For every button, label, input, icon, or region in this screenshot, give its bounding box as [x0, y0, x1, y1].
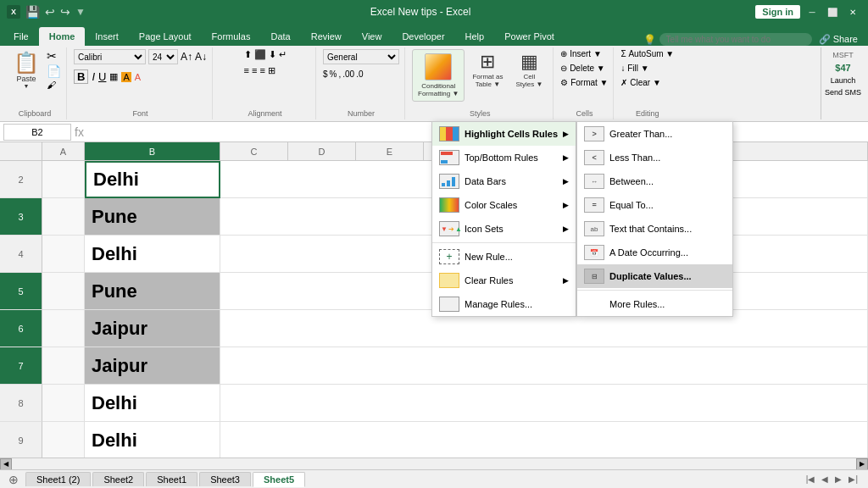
- col-header-e[interactable]: E: [356, 142, 424, 161]
- cell-b6[interactable]: Jaipur: [85, 310, 220, 347]
- share-button[interactable]: 🔗 Share: [819, 34, 858, 45]
- submenu-item-greaterthan[interactable]: > Greater Than...: [577, 122, 732, 146]
- restore-button[interactable]: ⬜: [824, 3, 841, 20]
- cell-styles-button[interactable]: ▦ CellStyles ▼: [510, 49, 548, 90]
- submenu-item-equalto[interactable]: = Equal To...: [577, 193, 732, 217]
- menu-item-newrule[interactable]: + New Rule...: [432, 245, 576, 269]
- fill-button[interactable]: ↓ Fill ▼: [620, 64, 648, 73]
- submenu-item-lessthan[interactable]: < Less Than...: [577, 146, 732, 169]
- row-header-6[interactable]: 6: [0, 310, 42, 347]
- nav-last[interactable]: ▶|: [849, 474, 858, 484]
- search-input[interactable]: [659, 33, 812, 46]
- horizontal-scrollbar[interactable]: ◀ ▶: [0, 458, 868, 469]
- font-size-select[interactable]: 24: [148, 49, 178, 64]
- menu-item-colorscales[interactable]: Color Scales ▶: [432, 193, 576, 217]
- submenu-item-between[interactable]: ↔ Between...: [577, 169, 732, 193]
- sheet-tab-sheet1-2[interactable]: Sheet1 (2): [25, 472, 91, 486]
- fill-color-button[interactable]: A: [121, 72, 131, 82]
- tab-page-layout[interactable]: Page Layout: [129, 27, 202, 46]
- conditional-formatting-button[interactable]: ConditionalFormatting ▼: [412, 49, 465, 102]
- format-as-table-button[interactable]: ⊞ Format asTable ▼: [467, 49, 508, 90]
- bold-button[interactable]: B: [74, 69, 88, 84]
- tab-developer[interactable]: Developer: [392, 27, 454, 46]
- menu-item-highlight[interactable]: Highlight Cells Rules ▶: [432, 122, 576, 146]
- cell-a8[interactable]: [42, 385, 85, 422]
- tab-power-pivot[interactable]: Power Pivot: [494, 27, 565, 46]
- cell-reference-input[interactable]: [3, 124, 71, 141]
- tab-review[interactable]: Review: [301, 27, 352, 46]
- border-button[interactable]: ▦: [109, 71, 118, 82]
- wrap-text-button[interactable]: ↵: [279, 49, 287, 60]
- submenu-item-duplicatevalues[interactable]: ⊟ Duplicate Values...: [577, 264, 732, 288]
- copy-button[interactable]: 📄: [47, 64, 61, 78]
- cell-a6[interactable]: [42, 310, 85, 347]
- menu-item-managerules[interactable]: Manage Rules...: [432, 292, 576, 316]
- col-header-d[interactable]: D: [288, 142, 356, 161]
- nav-first[interactable]: |◀: [806, 474, 815, 484]
- cell-a3[interactable]: [42, 198, 85, 236]
- tab-home[interactable]: Home: [39, 27, 86, 46]
- nav-prev[interactable]: ◀: [821, 474, 828, 484]
- cell-b5[interactable]: Pune: [85, 273, 220, 310]
- font-increase-button[interactable]: A↑: [181, 51, 192, 63]
- tab-formulas[interactable]: Formulas: [202, 27, 261, 46]
- decimal-increase-button[interactable]: .00: [342, 69, 354, 79]
- cut-button[interactable]: ✂: [47, 49, 61, 63]
- currency-button[interactable]: $: [323, 69, 328, 79]
- submenu-item-textcontains[interactable]: ab Text that Contains...: [577, 217, 732, 241]
- cell-b9[interactable]: Delhi: [85, 422, 220, 458]
- paste-button[interactable]: 📋 Paste ▼: [8, 49, 44, 91]
- row-header-2[interactable]: 2: [0, 161, 42, 198]
- submenu-item-dateoccurring[interactable]: 📅 A Date Occurring...: [577, 241, 732, 264]
- font-family-select[interactable]: Calibri: [74, 49, 146, 64]
- cell-a7[interactable]: [42, 347, 85, 385]
- sheet-tab-sheet5[interactable]: Sheet5: [253, 472, 305, 487]
- delete-button[interactable]: ⊖ Delete ▼: [560, 64, 604, 73]
- cell-b7[interactable]: Jaipur: [85, 347, 220, 385]
- menu-item-databars[interactable]: Data Bars ▶: [432, 169, 576, 193]
- sheet-tab-sheet2[interactable]: Sheet2: [92, 472, 144, 486]
- align-center-button[interactable]: ≡: [252, 65, 257, 76]
- row-header-7[interactable]: 7: [0, 347, 42, 385]
- autosum-button[interactable]: Σ AutoSum ▼: [620, 49, 674, 58]
- row-header-5[interactable]: 5: [0, 273, 42, 310]
- tab-help[interactable]: Help: [455, 27, 495, 46]
- cell-b4[interactable]: Delhi: [85, 236, 220, 273]
- align-right-button[interactable]: ≡: [259, 65, 264, 76]
- menu-item-clearrules[interactable]: Clear Rules ▶: [432, 269, 576, 292]
- cell-rest-9[interactable]: [220, 422, 868, 458]
- insert-button[interactable]: ⊕ Insert ▼: [560, 49, 601, 58]
- format-button[interactable]: ⚙ Format ▼: [560, 78, 608, 87]
- percent-button[interactable]: %: [330, 69, 337, 79]
- cell-b3[interactable]: Pune: [85, 198, 220, 236]
- col-header-c[interactable]: C: [220, 142, 288, 161]
- align-left-button[interactable]: ≡: [244, 65, 249, 76]
- signin-button[interactable]: Sign in: [755, 5, 800, 19]
- row-header-9[interactable]: 9: [0, 422, 42, 458]
- menu-item-topbottom[interactable]: Top/Bottom Rules ▶: [432, 146, 576, 169]
- menu-item-iconsets[interactable]: ▼ ➔ ▲ Icon Sets ▶: [432, 217, 576, 241]
- add-sheet-button[interactable]: ⊕: [3, 471, 24, 488]
- decimal-decrease-button[interactable]: .0: [356, 69, 363, 79]
- font-color-button[interactable]: A: [135, 72, 141, 82]
- align-middle-button[interactable]: ⬛: [254, 49, 266, 60]
- scroll-left-button[interactable]: ◀: [0, 458, 12, 470]
- cell-b8[interactable]: Delhi: [85, 385, 220, 422]
- comma-button[interactable]: ,: [339, 69, 342, 79]
- format-painter-button[interactable]: 🖌: [47, 80, 61, 90]
- cell-rest-8[interactable]: [220, 385, 868, 422]
- close-button[interactable]: ✕: [844, 3, 861, 20]
- clear-button[interactable]: ✗ Clear ▼: [620, 78, 660, 87]
- number-format-select[interactable]: General: [323, 49, 399, 64]
- cell-a9[interactable]: [42, 422, 85, 458]
- underline-button[interactable]: U: [98, 70, 106, 83]
- cell-a2[interactable]: [42, 161, 85, 198]
- row-header-4[interactable]: 4: [0, 236, 42, 273]
- col-header-b[interactable]: B: [85, 142, 220, 161]
- cell-a4[interactable]: [42, 236, 85, 273]
- tab-data[interactable]: Data: [260, 27, 300, 46]
- tab-file[interactable]: File: [3, 27, 39, 46]
- submenu-item-morerules[interactable]: More Rules...: [577, 292, 732, 316]
- row-header-3[interactable]: 3: [0, 198, 42, 236]
- merge-button[interactable]: ⊞: [268, 65, 275, 76]
